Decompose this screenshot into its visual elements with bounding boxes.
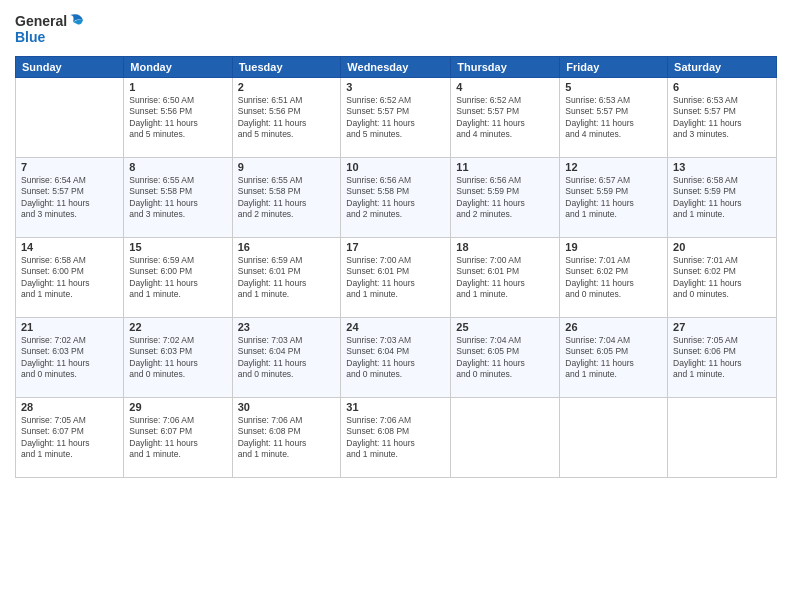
calendar-cell: 2Sunrise: 6:51 AM Sunset: 5:56 PM Daylig… (232, 78, 341, 158)
day-number: 4 (456, 81, 554, 93)
calendar-cell (560, 398, 668, 478)
calendar-cell: 23Sunrise: 7:03 AM Sunset: 6:04 PM Dayli… (232, 318, 341, 398)
day-number: 11 (456, 161, 554, 173)
day-info: Sunrise: 7:06 AM Sunset: 6:08 PM Dayligh… (238, 415, 336, 461)
day-number: 10 (346, 161, 445, 173)
day-number: 14 (21, 241, 118, 253)
day-number: 28 (21, 401, 118, 413)
day-number: 15 (129, 241, 226, 253)
day-info: Sunrise: 6:57 AM Sunset: 5:59 PM Dayligh… (565, 175, 662, 221)
day-info: Sunrise: 7:04 AM Sunset: 6:05 PM Dayligh… (565, 335, 662, 381)
calendar-cell: 8Sunrise: 6:55 AM Sunset: 5:58 PM Daylig… (124, 158, 232, 238)
header-saturday: Saturday (668, 57, 777, 78)
svg-text:General: General (15, 13, 67, 29)
calendar-cell: 18Sunrise: 7:00 AM Sunset: 6:01 PM Dayli… (451, 238, 560, 318)
calendar-cell: 21Sunrise: 7:02 AM Sunset: 6:03 PM Dayli… (16, 318, 124, 398)
day-info: Sunrise: 7:00 AM Sunset: 6:01 PM Dayligh… (456, 255, 554, 301)
day-number: 7 (21, 161, 118, 173)
day-info: Sunrise: 6:58 AM Sunset: 6:00 PM Dayligh… (21, 255, 118, 301)
calendar-cell: 7Sunrise: 6:54 AM Sunset: 5:57 PM Daylig… (16, 158, 124, 238)
week-row-1: 1Sunrise: 6:50 AM Sunset: 5:56 PM Daylig… (16, 78, 777, 158)
calendar-header-row: SundayMondayTuesdayWednesdayThursdayFrid… (16, 57, 777, 78)
calendar-cell: 26Sunrise: 7:04 AM Sunset: 6:05 PM Dayli… (560, 318, 668, 398)
day-info: Sunrise: 6:53 AM Sunset: 5:57 PM Dayligh… (565, 95, 662, 141)
calendar-cell: 20Sunrise: 7:01 AM Sunset: 6:02 PM Dayli… (668, 238, 777, 318)
week-row-2: 7Sunrise: 6:54 AM Sunset: 5:57 PM Daylig… (16, 158, 777, 238)
calendar-cell: 16Sunrise: 6:59 AM Sunset: 6:01 PM Dayli… (232, 238, 341, 318)
day-number: 8 (129, 161, 226, 173)
day-number: 25 (456, 321, 554, 333)
day-info: Sunrise: 6:51 AM Sunset: 5:56 PM Dayligh… (238, 95, 336, 141)
svg-text:Blue: Blue (15, 29, 46, 45)
day-info: Sunrise: 7:02 AM Sunset: 6:03 PM Dayligh… (129, 335, 226, 381)
day-number: 27 (673, 321, 771, 333)
day-number: 21 (21, 321, 118, 333)
calendar-cell: 9Sunrise: 6:55 AM Sunset: 5:58 PM Daylig… (232, 158, 341, 238)
calendar-cell: 6Sunrise: 6:53 AM Sunset: 5:57 PM Daylig… (668, 78, 777, 158)
day-info: Sunrise: 7:06 AM Sunset: 6:08 PM Dayligh… (346, 415, 445, 461)
day-info: Sunrise: 7:01 AM Sunset: 6:02 PM Dayligh… (673, 255, 771, 301)
calendar-cell: 10Sunrise: 6:56 AM Sunset: 5:58 PM Dayli… (341, 158, 451, 238)
day-info: Sunrise: 6:54 AM Sunset: 5:57 PM Dayligh… (21, 175, 118, 221)
day-info: Sunrise: 6:55 AM Sunset: 5:58 PM Dayligh… (238, 175, 336, 221)
day-number: 19 (565, 241, 662, 253)
calendar-cell (668, 398, 777, 478)
calendar-cell: 22Sunrise: 7:02 AM Sunset: 6:03 PM Dayli… (124, 318, 232, 398)
day-number: 17 (346, 241, 445, 253)
calendar-cell: 11Sunrise: 6:56 AM Sunset: 5:59 PM Dayli… (451, 158, 560, 238)
day-number: 24 (346, 321, 445, 333)
day-number: 3 (346, 81, 445, 93)
day-number: 23 (238, 321, 336, 333)
day-number: 6 (673, 81, 771, 93)
day-info: Sunrise: 7:05 AM Sunset: 6:06 PM Dayligh… (673, 335, 771, 381)
day-info: Sunrise: 7:06 AM Sunset: 6:07 PM Dayligh… (129, 415, 226, 461)
calendar-cell: 4Sunrise: 6:52 AM Sunset: 5:57 PM Daylig… (451, 78, 560, 158)
calendar-cell: 3Sunrise: 6:52 AM Sunset: 5:57 PM Daylig… (341, 78, 451, 158)
calendar-cell: 12Sunrise: 6:57 AM Sunset: 5:59 PM Dayli… (560, 158, 668, 238)
day-info: Sunrise: 6:52 AM Sunset: 5:57 PM Dayligh… (456, 95, 554, 141)
calendar-cell: 19Sunrise: 7:01 AM Sunset: 6:02 PM Dayli… (560, 238, 668, 318)
calendar-cell: 13Sunrise: 6:58 AM Sunset: 5:59 PM Dayli… (668, 158, 777, 238)
day-info: Sunrise: 7:03 AM Sunset: 6:04 PM Dayligh… (346, 335, 445, 381)
day-info: Sunrise: 6:52 AM Sunset: 5:57 PM Dayligh… (346, 95, 445, 141)
calendar-cell: 1Sunrise: 6:50 AM Sunset: 5:56 PM Daylig… (124, 78, 232, 158)
day-info: Sunrise: 6:55 AM Sunset: 5:58 PM Dayligh… (129, 175, 226, 221)
day-info: Sunrise: 6:53 AM Sunset: 5:57 PM Dayligh… (673, 95, 771, 141)
calendar-cell: 31Sunrise: 7:06 AM Sunset: 6:08 PM Dayli… (341, 398, 451, 478)
day-number: 31 (346, 401, 445, 413)
logo-svg: GeneralBlue (15, 10, 85, 48)
day-info: Sunrise: 7:04 AM Sunset: 6:05 PM Dayligh… (456, 335, 554, 381)
header-wednesday: Wednesday (341, 57, 451, 78)
calendar-cell: 25Sunrise: 7:04 AM Sunset: 6:05 PM Dayli… (451, 318, 560, 398)
calendar-cell (451, 398, 560, 478)
calendar-cell: 30Sunrise: 7:06 AM Sunset: 6:08 PM Dayli… (232, 398, 341, 478)
day-info: Sunrise: 6:56 AM Sunset: 5:59 PM Dayligh… (456, 175, 554, 221)
calendar-cell: 29Sunrise: 7:06 AM Sunset: 6:07 PM Dayli… (124, 398, 232, 478)
header-friday: Friday (560, 57, 668, 78)
header-monday: Monday (124, 57, 232, 78)
calendar: SundayMondayTuesdayWednesdayThursdayFrid… (15, 56, 777, 478)
day-number: 26 (565, 321, 662, 333)
week-row-3: 14Sunrise: 6:58 AM Sunset: 6:00 PM Dayli… (16, 238, 777, 318)
logo: GeneralBlue (15, 10, 85, 48)
day-info: Sunrise: 6:56 AM Sunset: 5:58 PM Dayligh… (346, 175, 445, 221)
day-info: Sunrise: 6:59 AM Sunset: 6:00 PM Dayligh… (129, 255, 226, 301)
day-number: 20 (673, 241, 771, 253)
day-info: Sunrise: 7:03 AM Sunset: 6:04 PM Dayligh… (238, 335, 336, 381)
header-thursday: Thursday (451, 57, 560, 78)
day-info: Sunrise: 7:01 AM Sunset: 6:02 PM Dayligh… (565, 255, 662, 301)
header-tuesday: Tuesday (232, 57, 341, 78)
day-number: 12 (565, 161, 662, 173)
calendar-cell (16, 78, 124, 158)
calendar-cell: 24Sunrise: 7:03 AM Sunset: 6:04 PM Dayli… (341, 318, 451, 398)
calendar-cell: 5Sunrise: 6:53 AM Sunset: 5:57 PM Daylig… (560, 78, 668, 158)
day-info: Sunrise: 6:50 AM Sunset: 5:56 PM Dayligh… (129, 95, 226, 141)
day-number: 9 (238, 161, 336, 173)
calendar-cell: 14Sunrise: 6:58 AM Sunset: 6:00 PM Dayli… (16, 238, 124, 318)
day-number: 2 (238, 81, 336, 93)
day-number: 29 (129, 401, 226, 413)
day-number: 13 (673, 161, 771, 173)
week-row-4: 21Sunrise: 7:02 AM Sunset: 6:03 PM Dayli… (16, 318, 777, 398)
calendar-cell: 17Sunrise: 7:00 AM Sunset: 6:01 PM Dayli… (341, 238, 451, 318)
day-number: 22 (129, 321, 226, 333)
